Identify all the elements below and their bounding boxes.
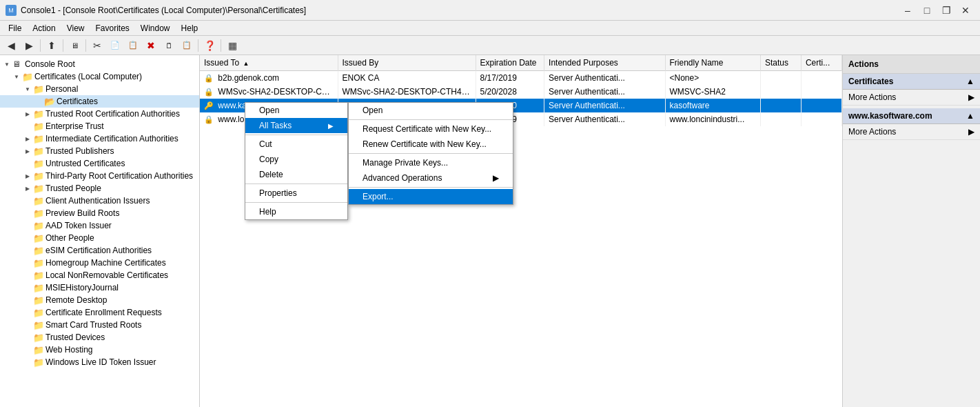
toggle-esim-ca[interactable]: ▶ bbox=[22, 245, 33, 256]
tree-item-aad-token[interactable]: ▶ 📁 AAD Token Issuer bbox=[0, 219, 199, 232]
ctx-properties[interactable]: Properties bbox=[245, 186, 347, 201]
sub-request[interactable]: Request Certificate with New Key... bbox=[349, 121, 513, 137]
toggle-untrusted-certs[interactable]: ▶ bbox=[22, 158, 33, 169]
table-row[interactable]: 🔒 WMSvc-SHA2-DESKTOP-CTH4I WMSvc-SHA2-DE… bbox=[200, 85, 842, 99]
toggle-certificates[interactable]: ▶ bbox=[33, 96, 44, 107]
toggle-web-hosting[interactable]: ▶ bbox=[22, 344, 33, 355]
restore-button[interactable]: ❐ bbox=[937, 3, 955, 17]
toggle-aad-token[interactable]: ▶ bbox=[22, 220, 33, 231]
ctx-delete[interactable]: Delete bbox=[245, 167, 347, 182]
ctx-all-tasks[interactable]: All Tasks ▶ bbox=[245, 118, 347, 133]
menu-action[interactable]: Action bbox=[27, 22, 61, 34]
properties-button[interactable]: 🗒 bbox=[161, 38, 177, 53]
maximize-button[interactable]: □ bbox=[918, 3, 936, 17]
tree-item-untrusted-certs[interactable]: ▶ 📁 Untrusted Certificates bbox=[0, 157, 199, 170]
copy-button[interactable]: 📄 bbox=[107, 38, 123, 53]
tree-item-enterprise-trust[interactable]: ▶ 📁 Enterprise Trust bbox=[0, 120, 199, 132]
forward-button[interactable]: ▶ bbox=[21, 38, 37, 53]
toggle-msie-history[interactable]: ▶ bbox=[22, 282, 33, 293]
menu-favorites[interactable]: Favorites bbox=[90, 22, 135, 34]
tree-item-smart-card-roots[interactable]: ▶ 📁 Smart Card Trusted Roots bbox=[0, 319, 199, 331]
toggle-personal[interactable]: ▼ bbox=[22, 83, 33, 95]
col-header-purposes[interactable]: Intended Purposes bbox=[544, 55, 665, 71]
col-header-issued-by[interactable]: Issued By bbox=[338, 55, 476, 71]
ctx-copy[interactable]: Copy bbox=[245, 152, 347, 167]
tree-item-cert-enrollment[interactable]: ▶ 📁 Certificate Enrollment Requests bbox=[0, 306, 199, 319]
tree-item-remote-desktop[interactable]: ▶ 📁 Remote Desktop bbox=[0, 294, 199, 306]
toggle-remote-desktop[interactable]: ▶ bbox=[22, 295, 33, 306]
actions-item-more-actions-kasoftware[interactable]: More Actions ▶ bbox=[843, 124, 980, 140]
menu-file[interactable]: File bbox=[3, 22, 27, 34]
col-header-issued-to[interactable]: Issued To ▲ bbox=[200, 55, 338, 71]
tree-item-personal[interactable]: ▼ 📁 Personal bbox=[0, 83, 199, 95]
up-button[interactable]: ⬆ bbox=[43, 38, 60, 53]
toggle-third-party-root[interactable]: ▶ bbox=[22, 170, 33, 181]
submenu-all-tasks[interactable]: Open Request Certificate with New Key...… bbox=[348, 102, 513, 205]
sub-export[interactable]: Export... bbox=[349, 189, 513, 204]
cut-button[interactable]: ✂ bbox=[89, 38, 105, 53]
actions-item-more-actions-certs[interactable]: More Actions ▶ bbox=[843, 90, 980, 106]
menu-help[interactable]: Help bbox=[176, 22, 204, 34]
tree-item-certificates[interactable]: ▶ 📂 Certificates bbox=[0, 95, 199, 108]
toggle-enterprise-trust[interactable]: ▶ bbox=[22, 121, 33, 132]
sub-open[interactable]: Open bbox=[349, 103, 513, 118]
toggle-homegroup[interactable]: ▶ bbox=[22, 257, 33, 268]
view-button[interactable]: ▦ bbox=[224, 38, 241, 53]
toggle-certs-local[interactable]: ▼ bbox=[11, 71, 22, 82]
minimize-button[interactable]: – bbox=[899, 3, 917, 17]
toggle-trusted-people[interactable]: ▶ bbox=[22, 183, 33, 194]
tree-item-esim-ca[interactable]: ▶ 📁 eSIM Certification Authorities bbox=[0, 244, 199, 257]
toggle-preview-build[interactable]: ▶ bbox=[22, 208, 33, 219]
help-button[interactable]: ❓ bbox=[201, 38, 218, 53]
table-row[interactable]: 🔒 b2b.gdenok.com ENOK CA 8/17/2019 Serve… bbox=[200, 71, 842, 86]
col-header-expiration[interactable]: Expiration Date bbox=[476, 55, 544, 71]
toggle-windows-live[interactable]: ▶ bbox=[22, 357, 33, 368]
toggle-console-root[interactable]: ▼ bbox=[1, 59, 12, 70]
toggle-local-nonremovable[interactable]: ▶ bbox=[22, 270, 33, 281]
menu-view[interactable]: View bbox=[61, 22, 90, 34]
back-button[interactable]: ◀ bbox=[3, 38, 19, 53]
sub-advanced[interactable]: Advanced Operations ▶ bbox=[349, 170, 513, 186]
toggle-cert-enrollment[interactable]: ▶ bbox=[22, 307, 33, 318]
paste-button[interactable]: 📋 bbox=[125, 38, 141, 53]
close-button[interactable]: ✕ bbox=[957, 3, 974, 17]
tree-item-trusted-people[interactable]: ▶ 📁 Trusted People bbox=[0, 182, 199, 195]
col-header-friendly-name[interactable]: Friendly Name bbox=[665, 55, 761, 71]
tree-item-third-party-root[interactable]: ▶ 📁 Third-Party Root Certification Autho… bbox=[0, 170, 199, 182]
tree-item-client-auth[interactable]: ▶ 📁 Client Authentication Issuers bbox=[0, 195, 199, 207]
sub-manage-keys[interactable]: Manage Private Keys... bbox=[349, 155, 513, 170]
tree-item-console-root[interactable]: ▼ 🖥 Console Root bbox=[0, 58, 199, 70]
ctx-help[interactable]: Help bbox=[245, 204, 347, 219]
toggle-trusted-devices[interactable]: ▶ bbox=[22, 332, 33, 343]
tree-item-intermediate-ca[interactable]: ▶ 📁 Intermediate Certification Authoriti… bbox=[0, 132, 199, 145]
tree-item-local-nonremovable[interactable]: ▶ 📁 Local NonRemovable Certificates bbox=[0, 269, 199, 281]
toggle-intermediate-ca[interactable]: ▶ bbox=[22, 133, 33, 144]
col-header-status[interactable]: Status bbox=[761, 55, 802, 71]
toggle-client-auth[interactable]: ▶ bbox=[22, 195, 33, 206]
sub-renew[interactable]: Renew Certificate with New Key... bbox=[349, 137, 513, 152]
col-header-cert-template[interactable]: Certi... bbox=[801, 55, 841, 71]
menu-window[interactable]: Window bbox=[135, 22, 176, 34]
tree-item-trusted-publishers[interactable]: ▶ 📁 Trusted Publishers bbox=[0, 145, 199, 157]
new-taskpad-button[interactable]: 📋 bbox=[178, 38, 195, 53]
tree-item-certs-local[interactable]: ▼ 📁 Certificates (Local Computer) bbox=[0, 70, 199, 83]
tree-item-msie-history[interactable]: ▶ 📁 MSIEHistoryJournal bbox=[0, 281, 199, 294]
tree-item-preview-build[interactable]: ▶ 📁 Preview Build Roots bbox=[0, 207, 199, 219]
context-menu[interactable]: Open All Tasks ▶ Cut Copy Delete Propert… bbox=[245, 102, 348, 220]
tree-item-trusted-root[interactable]: ▶ 📁 Trusted Root Certification Authoriti… bbox=[0, 108, 199, 120]
actions-section-certificates[interactable]: Certificates ▲ bbox=[843, 74, 980, 90]
toggle-smart-card-roots[interactable]: ▶ bbox=[22, 319, 33, 330]
tree-item-windows-live[interactable]: ▶ 📁 Windows Live ID Token Issuer bbox=[0, 356, 199, 368]
show-hide-console[interactable]: 🖥 bbox=[66, 38, 83, 53]
toggle-trusted-root[interactable]: ▶ bbox=[22, 108, 33, 119]
tree-item-other-people[interactable]: ▶ 📁 Other People bbox=[0, 232, 199, 244]
tree-item-web-hosting[interactable]: ▶ 📁 Web Hosting bbox=[0, 344, 199, 356]
actions-section-kasoftware[interactable]: www.kasoftware.com ▲ bbox=[843, 108, 980, 124]
delete-button[interactable]: ✖ bbox=[143, 38, 159, 53]
toggle-trusted-publishers[interactable]: ▶ bbox=[22, 146, 33, 157]
tree-item-trusted-devices[interactable]: ▶ 📁 Trusted Devices bbox=[0, 331, 199, 344]
ctx-cut[interactable]: Cut bbox=[245, 137, 347, 152]
tree-item-homegroup[interactable]: ▶ 📁 Homegroup Machine Certificates bbox=[0, 257, 199, 269]
ctx-open[interactable]: Open bbox=[245, 103, 347, 118]
toggle-other-people[interactable]: ▶ bbox=[22, 232, 33, 244]
